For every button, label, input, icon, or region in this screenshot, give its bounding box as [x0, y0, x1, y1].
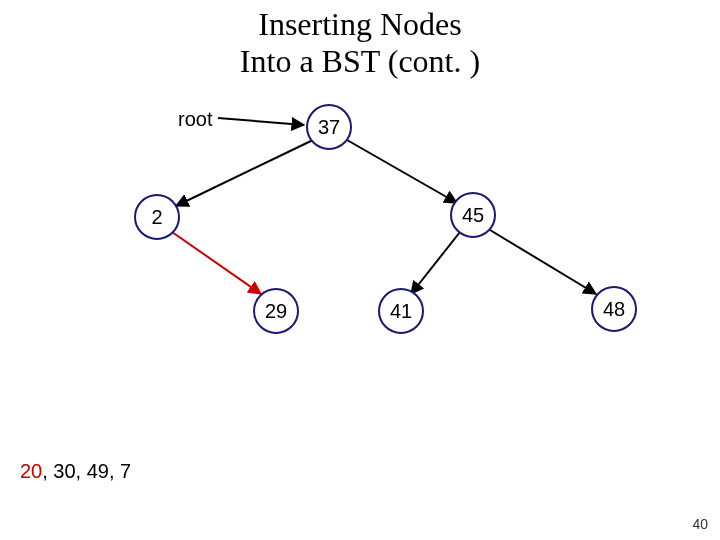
node-41-value: 41 — [390, 300, 412, 323]
title-line-1: Inserting Nodes — [258, 6, 462, 42]
queue-rest: , 30, 49, 7 — [42, 460, 131, 482]
page-number: 40 — [692, 516, 708, 532]
insertion-queue: 20, 30, 49, 7 — [20, 460, 131, 483]
node-2-value: 2 — [151, 206, 162, 229]
node-29: 29 — [253, 288, 299, 334]
root-label: root — [178, 108, 212, 131]
title-line-2: Into a BST (cont. ) — [240, 43, 480, 79]
node-41: 41 — [378, 288, 424, 334]
edge-2-29-highlight — [172, 232, 261, 294]
tree-edges — [0, 0, 720, 540]
node-45: 45 — [450, 192, 496, 238]
edge-37-45 — [347, 140, 457, 203]
edge-45-41 — [411, 232, 460, 294]
node-29-value: 29 — [265, 300, 287, 323]
node-37: 37 — [306, 104, 352, 150]
node-48: 48 — [591, 286, 637, 332]
edge-45-48 — [490, 230, 596, 294]
node-45-value: 45 — [462, 204, 484, 227]
node-37-value: 37 — [318, 116, 340, 139]
queue-current: 20 — [20, 460, 42, 482]
edge-37-2 — [176, 140, 313, 206]
node-2: 2 — [134, 194, 180, 240]
node-48-value: 48 — [603, 298, 625, 321]
slide-title: Inserting Nodes Into a BST (cont. ) — [0, 6, 720, 80]
edge-root-37 — [218, 118, 304, 125]
